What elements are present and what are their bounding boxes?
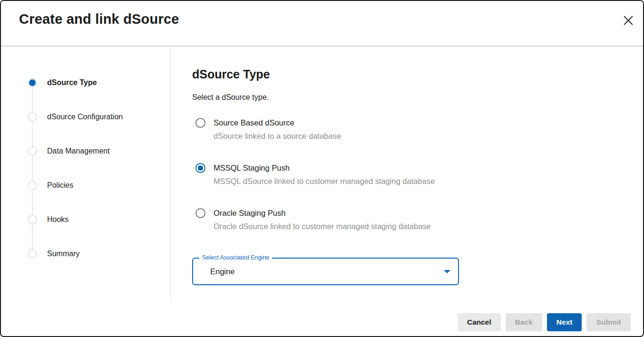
back-button[interactable]: Back (506, 313, 542, 331)
dialog-footer: Cancel Back Next Submit (458, 313, 631, 331)
engine-select-value: Engine (210, 267, 234, 276)
step-indicator-dot (28, 112, 37, 122)
submit-button[interactable]: Submit (586, 313, 631, 331)
close-icon (622, 14, 634, 28)
stepper-step-dsource-type[interactable]: dSource Type (1, 78, 158, 87)
engine-select-label: Select Associated Engine (199, 254, 272, 261)
radio-unselected-icon[interactable] (195, 118, 205, 128)
stepper-step-summary[interactable]: Summary (1, 249, 158, 259)
close-button[interactable] (622, 14, 635, 28)
step-label: Hooks (47, 215, 68, 224)
next-button[interactable]: Next (547, 313, 582, 331)
radio-option-label: Oracle Staging Push (214, 208, 285, 218)
step-content-panel: dSource Type Select a dSource type. Sour… (192, 48, 643, 336)
cancel-button[interactable]: Cancel (458, 313, 501, 331)
step-indicator-dot (28, 146, 37, 156)
radio-option-label: MSSQL Staging Push (214, 163, 290, 173)
stepper-step-hooks[interactable]: Hooks (1, 215, 158, 224)
create-dsource-dialog: Create and link dSource dSource Type dSo… (0, 0, 644, 337)
wizard-stepper-sidebar: dSource Type dSource Configuration Data … (1, 48, 170, 336)
step-indicator-dot (28, 249, 37, 259)
dialog-header: Create and link dSource (1, 1, 643, 47)
step-label: dSource Configuration (47, 113, 123, 121)
radio-option-description: Oracle dSource linked to customer manage… (214, 222, 431, 231)
step-label: Data Management (47, 147, 110, 155)
page-subtitle: Select a dSource type. (192, 93, 269, 102)
stepper-step-data-management[interactable]: Data Management (1, 146, 158, 156)
radio-unselected-icon[interactable] (195, 208, 205, 218)
radio-option-label: Source Based dSource (214, 118, 294, 128)
chevron-down-icon (444, 270, 450, 273)
dialog-title: Create and link dSource (19, 11, 179, 27)
step-label: Policies (47, 181, 73, 190)
stepper-step-dsource-configuration[interactable]: dSource Configuration (1, 112, 158, 122)
step-label: dSource Type (47, 78, 97, 87)
engine-select[interactable]: Select Associated Engine Engine (192, 258, 459, 285)
radio-option-description: dSource linked to a source database (214, 132, 341, 141)
sidebar-content-divider (170, 48, 171, 302)
step-indicator-dot (28, 78, 37, 87)
radio-option-description: MSSQL dSource linked to customer managed… (214, 177, 435, 186)
stepper-connector-line (32, 84, 33, 255)
page-title: dSource Type (192, 67, 270, 81)
step-label: Summary (47, 250, 79, 258)
stepper-step-policies[interactable]: Policies (1, 181, 158, 190)
step-indicator-dot (28, 215, 37, 224)
radio-selected-icon[interactable] (195, 163, 205, 173)
step-indicator-dot (28, 181, 37, 190)
